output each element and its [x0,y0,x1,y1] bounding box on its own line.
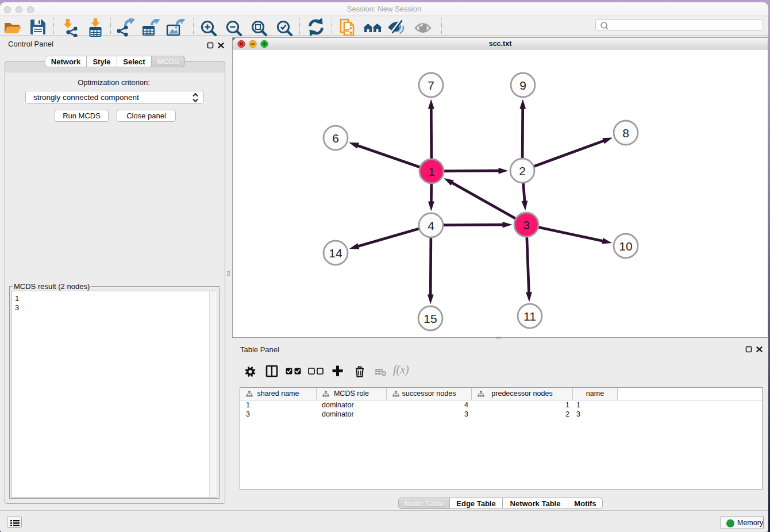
svg-text:14: 14 [329,246,342,260]
svg-text:11: 11 [523,310,536,323]
svg-text:10: 10 [619,240,632,253]
svg-text:7: 7 [428,79,434,92]
svg-text:8: 8 [622,126,629,140]
svg-text:1: 1 [428,165,435,178]
svg-text:6: 6 [332,132,339,145]
svg-text:3: 3 [523,218,530,232]
svg-text:9: 9 [519,79,526,92]
svg-text:4: 4 [428,219,434,232]
svg-text:15: 15 [424,312,437,325]
svg-text:2: 2 [519,164,526,178]
